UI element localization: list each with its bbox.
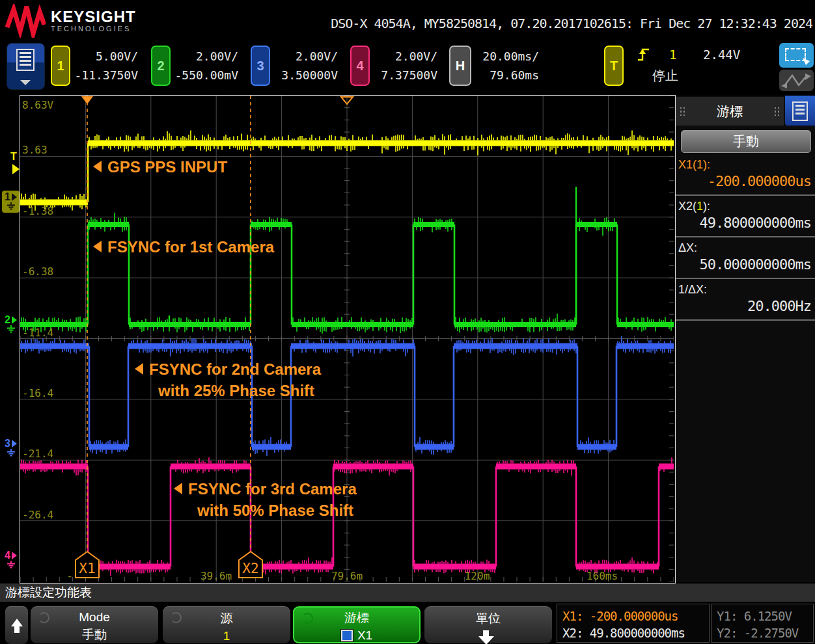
ground-icon <box>6 325 16 333</box>
checkbox-icon[interactable] <box>341 630 353 641</box>
rotate-knob-icon <box>171 612 182 623</box>
y-cursor-readout: Y1: 6.1250V Y2: -2.2750V <box>711 604 814 643</box>
channel-scale: 2.00V/ <box>374 47 437 66</box>
channel-2-ground-marker[interactable]: 2 <box>2 315 20 334</box>
cursor-field-value: 50.000000000ms <box>678 256 811 273</box>
time-label: 160ms <box>587 570 618 582</box>
main-menu-button[interactable] <box>7 43 45 90</box>
cursor-field: X1(1):-200.000000us <box>676 155 815 193</box>
waveform-pan-zoom-button[interactable] <box>779 70 814 91</box>
x2-readout: X2: 49.800000000ms <box>562 624 709 641</box>
x2-flag-label: X2 <box>242 561 258 576</box>
chevron-down-icon <box>20 80 31 85</box>
annotation-label: FSYNC for 1st Camera <box>93 236 274 258</box>
cursor-field-label: 1/ΔX: <box>678 283 811 297</box>
softkey-value: 1 <box>223 629 230 643</box>
trigger-level-marker[interactable]: T <box>10 151 17 163</box>
oscilloscope-screen: KEYSIGHT TECHNOLOGIES DSO-X 4054A, MY582… <box>0 0 815 644</box>
time-label: 120m <box>465 570 490 582</box>
y2-readout: Y2: -2.2750V <box>717 624 813 641</box>
horizontal-button[interactable]: H <box>449 46 471 86</box>
drag-grip-icon[interactable] <box>774 107 780 116</box>
marker-arrow-icon <box>12 193 17 201</box>
cursor-sidebar: 游標 手動 X1(1):-200.000000usX2(1):49.800000… <box>676 96 815 582</box>
time-label: - <box>66 570 73 582</box>
channel-1-ground-marker[interactable]: 1 <box>2 191 20 213</box>
keysight-logo: KEYSIGHT TECHNOLOGIES <box>5 4 136 38</box>
left-arrow-icon <box>93 241 102 252</box>
left-arrow-icon <box>135 363 143 375</box>
cursor-field-label: X1(1): <box>678 158 811 172</box>
rising-edge-icon <box>637 47 651 62</box>
softkey-4[interactable]: 單位 <box>424 606 552 643</box>
trigger-source: 1 <box>669 47 676 62</box>
sidebar-header[interactable]: 游標 <box>676 97 784 126</box>
cursor-mode-button[interactable]: 手動 <box>681 130 811 153</box>
rotate-knob-icon <box>302 613 313 624</box>
x1-flag-label: X1 <box>79 561 95 576</box>
timebase-delay: 79.60ms <box>475 66 539 85</box>
cursor-field: ΔX:50.000000000ms <box>676 239 815 276</box>
drag-grip-icon[interactable] <box>680 107 685 116</box>
channel-3-button[interactable]: 3 <box>251 46 270 86</box>
channel-4-ground-marker[interactable]: 4 <box>2 550 20 570</box>
trigger-button[interactable]: T <box>604 46 624 86</box>
scale-label: -1.38 <box>22 205 53 217</box>
marker-arrow-icon <box>12 440 17 448</box>
softkey-3[interactable]: 游標X1 <box>293 606 421 643</box>
up-arrow-icon <box>11 619 23 626</box>
cursor-field-value: 49.800000000ms <box>678 215 811 231</box>
annotation-label: FSYNC for 2nd Camerawith 25% Phase Shift <box>135 358 321 401</box>
channel-offset: -11.3750V <box>74 66 138 85</box>
cursor-field-label: X2(1): <box>678 200 811 213</box>
cursor-arrow-icon <box>802 57 811 66</box>
trigger-time-marker-icon[interactable] <box>81 96 93 104</box>
waveform-display: X1X28.63V3.63-1.38-6.38-11.4-16.4-21.4-2… <box>20 95 676 584</box>
cursor-field-value: 20.000Hz <box>678 298 811 314</box>
toolbar: 15.00V/-11.3750V22.00V/-550.00mV32.00V/3… <box>0 40 815 95</box>
channel-offset: 7.37500V <box>374 66 437 85</box>
channel-4-button[interactable]: 4 <box>350 46 370 86</box>
channel-scale: 2.00V/ <box>274 47 338 66</box>
channel-scale: 2.00V/ <box>174 47 238 66</box>
model-status-line: DSO-X 4054A, MY58250814, 07.20.201710261… <box>331 16 812 31</box>
marker-arrow-icon <box>12 552 17 559</box>
channel-number: 3 <box>5 438 10 448</box>
sidebar-menu-button[interactable] <box>785 96 815 126</box>
cursor-field-label: ΔX: <box>678 241 811 255</box>
scale-label: -21.4 <box>22 448 53 460</box>
scale-label: -16.4 <box>22 387 53 399</box>
left-arrow-icon <box>174 483 182 494</box>
ground-icon <box>6 561 16 569</box>
waveform-arrows-icon <box>779 70 814 91</box>
channel-3-ground-marker[interactable]: 3 <box>2 438 20 458</box>
brand-name: KEYSIGHT <box>51 9 136 25</box>
sidebar-title: 游標 <box>717 103 743 120</box>
ground-icon <box>6 449 16 457</box>
scale-label: 3.63 <box>22 144 48 156</box>
softkey-1[interactable]: Mode手動 <box>31 606 158 643</box>
menu-back-button[interactable] <box>5 606 28 644</box>
channel-offset: 3.50000V <box>274 66 338 85</box>
rotate-knob-icon <box>38 612 49 623</box>
cursor-field-value: -200.000000us <box>678 173 811 189</box>
scale-label: -11.4 <box>22 327 53 339</box>
marker-arrow-icon <box>12 316 17 324</box>
channel-2-button[interactable]: 2 <box>151 46 171 86</box>
acquisition-status: 停止 <box>652 67 678 85</box>
selection-tool-button[interactable] <box>779 43 814 68</box>
keysight-spark-icon <box>5 4 46 38</box>
vertical-scale-labels: 8.63V3.63-1.38-6.38-11.4-16.4-21.4-26.4 <box>22 99 54 521</box>
softkey-label: Mode <box>31 610 158 624</box>
scale-label: -6.38 <box>22 265 53 278</box>
channel-number: 1 <box>5 192 10 202</box>
channel-1-button[interactable]: 1 <box>51 46 70 86</box>
softkey-2[interactable]: 源1 <box>163 606 290 643</box>
softkey-label: 單位 <box>424 610 552 627</box>
x1-readout: X1: -200.000000us <box>562 608 709 624</box>
left-arrow-icon <box>93 161 102 172</box>
down-arrow-icon <box>478 630 494 644</box>
menu-document-icon <box>792 101 808 121</box>
menu-document-icon <box>16 49 35 71</box>
trigger-arrow-icon <box>12 164 20 174</box>
